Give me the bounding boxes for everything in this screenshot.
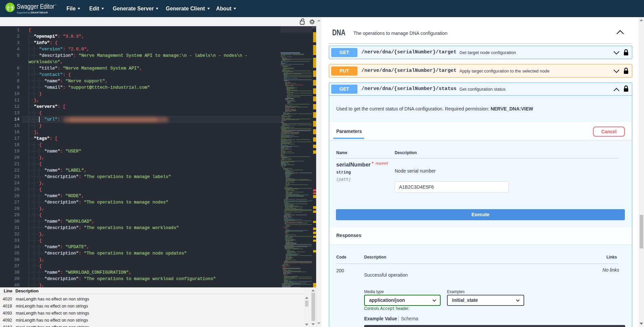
svg-text:{: { [7,5,9,10]
